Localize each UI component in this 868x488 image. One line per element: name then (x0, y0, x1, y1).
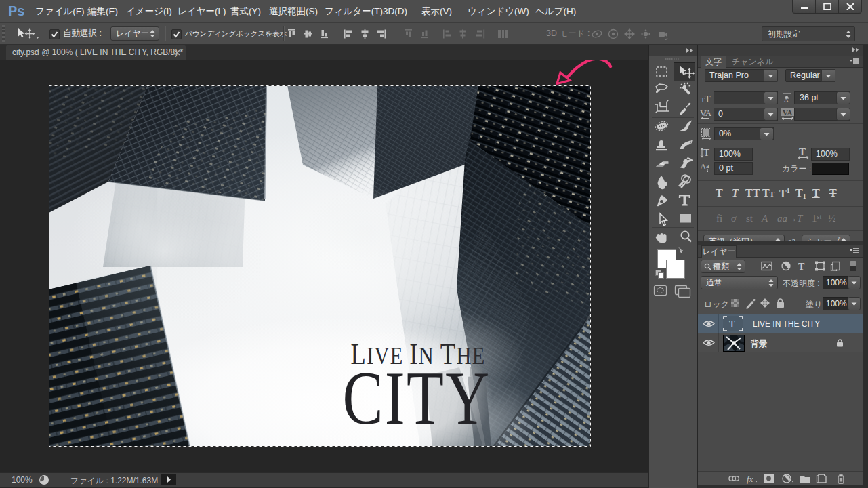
svg-text:a: a (706, 162, 709, 169)
svg-text:A: A (784, 96, 789, 103)
svg-text:fx: fx (747, 474, 753, 484)
svg-text:V̸A: V̸A (700, 108, 712, 118)
svg-text:T: T (703, 147, 709, 158)
svg-text:T: T (729, 319, 735, 329)
svg-text:T: T (799, 147, 806, 157)
svg-text:T: T (798, 262, 805, 271)
svg-text:CITY: CITY (343, 356, 491, 440)
svg-text:VA: VA (783, 108, 793, 117)
